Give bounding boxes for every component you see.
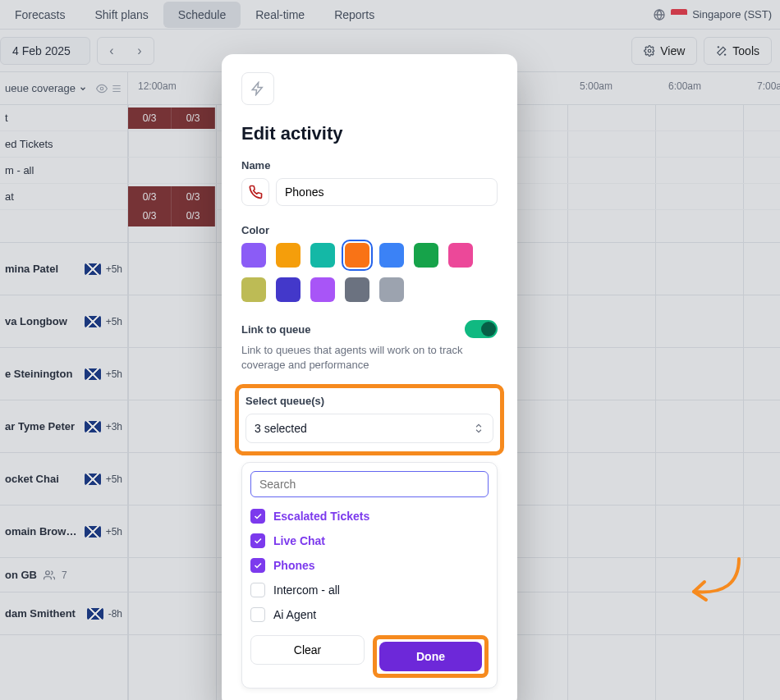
color-swatch[interactable] xyxy=(276,243,301,268)
done-button-highlight: Done xyxy=(373,635,489,678)
select-queue-highlight: Select queue(s) 3 selected xyxy=(235,384,504,455)
color-swatch[interactable] xyxy=(241,243,266,268)
modal-title: Edit activity xyxy=(241,123,498,144)
edit-activity-modal: Edit activity Name Color Link to queue L… xyxy=(222,54,517,700)
color-swatch[interactable] xyxy=(310,277,335,302)
queue-select[interactable]: 3 selected xyxy=(245,414,493,443)
color-swatch[interactable] xyxy=(241,277,266,302)
chevron-updown-icon xyxy=(473,423,484,434)
checkbox-icon xyxy=(250,558,265,573)
queue-option[interactable]: Live Chat xyxy=(250,528,489,553)
queue-option-label: Intercom - all xyxy=(273,583,340,597)
select-queue-label: Select queue(s) xyxy=(245,388,493,407)
queue-option-label: Ai Agent xyxy=(273,608,316,621)
color-swatch[interactable] xyxy=(414,243,438,268)
color-swatch[interactable] xyxy=(379,277,404,302)
link-to-queue-toggle[interactable] xyxy=(465,320,498,338)
phone-icon xyxy=(248,185,263,199)
color-swatch[interactable] xyxy=(379,243,404,268)
color-swatch[interactable] xyxy=(448,243,473,268)
queue-option-label: Escalated Tickets xyxy=(273,510,369,523)
queue-search-input[interactable] xyxy=(250,471,489,497)
activity-icon-box[interactable] xyxy=(241,72,274,105)
queue-option[interactable]: Escalated Tickets xyxy=(250,504,489,528)
color-swatch[interactable] xyxy=(345,277,369,302)
queue-option[interactable]: Phones xyxy=(250,553,489,578)
checkbox-icon xyxy=(250,509,265,524)
link-to-queue-label: Link to queue xyxy=(241,323,311,336)
checkbox-icon xyxy=(250,583,265,597)
queue-dropdown: Escalated TicketsLive ChatPhonesIntercom… xyxy=(241,462,498,689)
queue-option-label: Live Chat xyxy=(273,534,325,547)
checkbox-icon xyxy=(250,607,265,622)
done-button[interactable]: Done xyxy=(379,642,482,671)
queue-option[interactable]: Intercom - all xyxy=(250,578,489,602)
color-swatch[interactable] xyxy=(345,243,369,268)
link-to-queue-description: Link to queues that agents will work on … xyxy=(241,343,498,373)
checkbox-icon xyxy=(250,533,265,548)
activity-name-input[interactable] xyxy=(276,178,498,206)
color-swatches xyxy=(241,243,498,302)
color-swatch[interactable] xyxy=(310,243,335,268)
clear-button[interactable]: Clear xyxy=(250,635,365,665)
phone-icon-button[interactable] xyxy=(241,178,269,206)
queue-option[interactable]: Ai Agent xyxy=(250,602,489,627)
bolt-icon xyxy=(250,81,265,96)
name-label: Name xyxy=(241,159,498,172)
color-swatch[interactable] xyxy=(276,277,301,302)
color-label: Color xyxy=(241,224,498,236)
queue-option-label: Phones xyxy=(273,559,315,572)
